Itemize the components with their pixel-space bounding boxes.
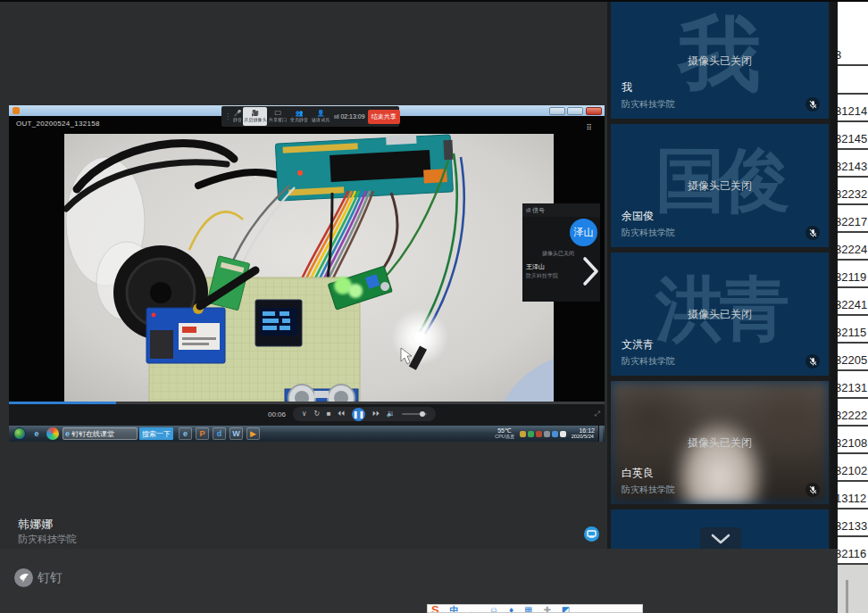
stop-icon[interactable]: ■: [327, 410, 331, 418]
brand-name: 钉钉: [38, 570, 63, 586]
playback-time: 00:06: [268, 410, 286, 418]
ime-toolbar[interactable]: S 中 。 ☺ ♦ ▦ ✚ ◩: [427, 604, 643, 613]
share-session-toolbar: ⋮ 🎤 静音 🎥 开启摄像头 🖵 共享窗口 👥 全员静音 👤 邀请成员 ııl: [221, 106, 399, 127]
tray-icon[interactable]: [520, 431, 526, 437]
tray-icon[interactable]: [552, 431, 558, 437]
taskbar-window-button[interactable]: e 钉钉在线课堂: [63, 427, 138, 440]
participant-tile-partial[interactable]: [611, 509, 829, 549]
camera-off-text: 摄像头已关闭: [542, 250, 574, 258]
ime-tool-icon[interactable]: ✚: [543, 605, 550, 613]
person-add-icon: 👤: [317, 110, 325, 117]
ie-icon: e: [65, 429, 70, 438]
ime-mic-icon[interactable]: ♦: [509, 605, 513, 613]
camera-off-text: 摄像头已关闭: [611, 178, 829, 194]
close-button[interactable]: [586, 107, 602, 115]
share-timer: ııl 02:13:09: [334, 113, 365, 120]
window-app-icon: [13, 107, 20, 114]
presenter-org: 防灾科技学院: [18, 533, 77, 546]
tray-icon[interactable]: [536, 431, 542, 437]
shared-screen: OUT_20200524_132158 ⠿: [9, 105, 605, 442]
avatar: 泽山: [570, 219, 597, 246]
seek-bar[interactable]: [9, 402, 605, 404]
participant-tile[interactable]: 洪青 摄像头已关闭 文洪青 防灾科技学院: [611, 253, 829, 376]
shared-video-content: [64, 134, 554, 402]
participant-tile-self[interactable]: 我 摄像头已关闭 我 防灾科技学院: [611, 2, 829, 119]
top-divider: [0, 0, 868, 2]
main-stage: OUT_20200524_132158 ⠿: [0, 0, 607, 549]
media-player-app-icon[interactable]: ▶: [246, 427, 260, 440]
resize-grip-icon[interactable]: ⤢: [595, 410, 600, 418]
monitor-icon: 🖵: [275, 110, 281, 117]
scrollbar[interactable]: [846, 580, 848, 613]
participant-org: 防灾科技学院: [622, 484, 675, 496]
volume-knob[interactable]: [420, 411, 425, 417]
table-row: 32143: [838, 150, 868, 178]
table-row: 32133: [838, 509, 868, 537]
people-icon: 👥: [296, 110, 304, 117]
end-share-button[interactable]: 结束共享: [368, 110, 400, 124]
taskbar-clock[interactable]: 16:12 2020/5/24: [571, 427, 595, 440]
table-row: 32232: [838, 178, 868, 205]
show-desktop-button[interactable]: [598, 426, 603, 442]
video-filename: OUT_20200524_132158: [16, 120, 100, 128]
table-row: 32131: [838, 371, 868, 399]
camera-icon: 🎥: [251, 110, 259, 117]
participant-org: 防灾科技学院: [622, 355, 675, 368]
table-row: 3: [838, 39, 868, 66]
meeting-toolbar: 钉钉 取消静音 开启摄像头 共享窗口 挂: [0, 549, 838, 613]
tray-icon[interactable]: [544, 431, 550, 437]
dingtalk-app-icon[interactable]: d: [213, 427, 226, 440]
share-window-button[interactable]: 🖵 共享窗口: [267, 107, 288, 126]
fullscreen-icon[interactable]: ⠿: [586, 123, 592, 132]
restore-button[interactable]: [567, 107, 583, 115]
share-invite-button[interactable]: 👤 邀请成员: [310, 107, 331, 126]
scroll-down-button[interactable]: [700, 527, 741, 549]
windows-taskbar: e e 钉钉在线课堂 搜索一下 e P d W ▶ 55℃ CPU温度: [9, 426, 605, 442]
mic-muted-icon: [805, 97, 820, 112]
volume-tray-icon[interactable]: [560, 431, 566, 437]
table-row: 32102: [838, 454, 868, 482]
ime-punct-icon[interactable]: 。: [470, 605, 479, 613]
table-row: 32145: [838, 122, 868, 150]
overlay-participant-name: 王泽山: [526, 262, 545, 271]
ime-emoji-icon[interactable]: ☺: [489, 605, 498, 613]
minimize-button[interactable]: [549, 107, 565, 115]
share-camera-button[interactable]: 🎥 开启摄像头: [243, 107, 267, 126]
presenter-name: 韩娜娜: [18, 517, 53, 533]
chevron-right-icon[interactable]: [579, 254, 602, 288]
ime-keyboard-icon[interactable]: ▦: [524, 605, 532, 613]
pinwheel-app-icon[interactable]: [46, 427, 59, 440]
media-player-controls: 00:06 ∨ ↻ ■ ⏴⏴ ❚❚ ⏵⏵ 🔉 ⤢: [9, 402, 605, 426]
share-mute-button[interactable]: 🎤 静音: [232, 107, 243, 126]
volume-slider[interactable]: [402, 413, 427, 415]
search-taskbar-button[interactable]: 搜索一下: [139, 427, 173, 440]
table-row: 31214: [838, 95, 868, 122]
document-app-icon[interactable]: W: [230, 427, 243, 440]
table-row: 32205: [838, 344, 868, 371]
ime-lang-icon[interactable]: 中: [450, 605, 459, 613]
tray-icon[interactable]: [528, 431, 534, 437]
subtitle-icon[interactable]: ∨: [302, 410, 307, 418]
ie-icon[interactable]: e: [30, 427, 43, 440]
dingtalk-logo-icon: [14, 568, 33, 587]
drag-handle-icon[interactable]: ⋮: [224, 112, 231, 120]
share-muteall-button[interactable]: 👥 全员静音: [288, 107, 310, 126]
camera-off-text: 摄像头已关闭: [611, 54, 829, 69]
participants-sidebar: 我 摄像头已关闭 我 防灾科技学院 国俊 摄像头已关闭 余国俊 防灾科技学院 洪…: [607, 0, 830, 549]
table-row: 32222: [838, 399, 868, 427]
participant-tile[interactable]: 国俊 摄像头已关闭 余国俊 防灾科技学院: [611, 124, 829, 247]
participant-tile[interactable]: 摄像头已关闭 白英良 防灾科技学院: [611, 381, 829, 504]
forward-icon[interactable]: ⏵⏵: [372, 410, 380, 418]
table-row: 32116: [838, 537, 868, 565]
rewind-icon[interactable]: ⏴⏴: [338, 410, 345, 418]
repeat-icon[interactable]: ↻: [313, 410, 320, 418]
volume-icon[interactable]: 🔉: [386, 410, 395, 418]
start-button[interactable]: [13, 427, 26, 440]
mic-muted-icon: [805, 226, 820, 240]
mic-muted-icon: [805, 483, 820, 497]
ie-app-icon[interactable]: e: [179, 427, 192, 440]
powerpoint-app-icon[interactable]: P: [196, 427, 209, 440]
table-row: 32115: [838, 316, 868, 344]
pause-button[interactable]: ❚❚: [352, 408, 365, 421]
ime-skin-icon[interactable]: ◩: [562, 605, 570, 613]
